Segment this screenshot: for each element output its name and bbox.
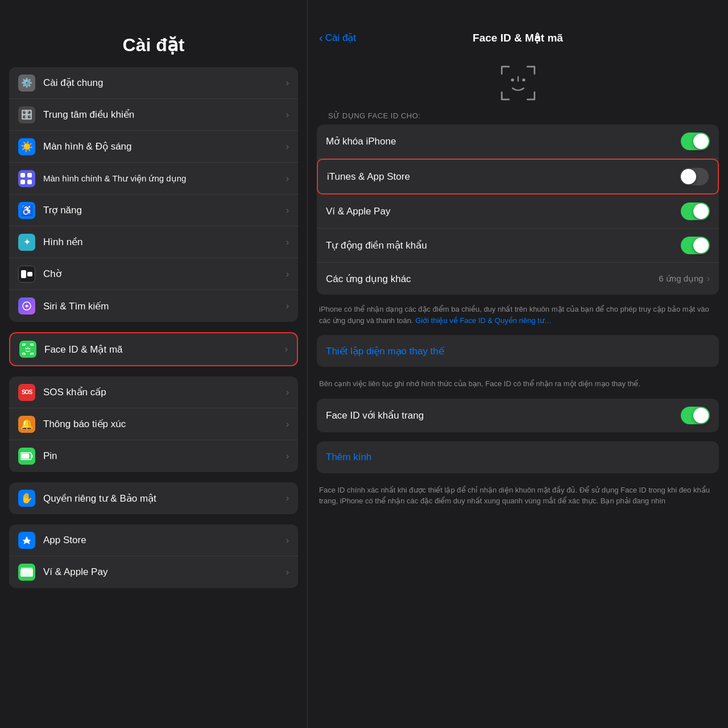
settings-item-battery[interactable]: Pin › [9,440,298,472]
back-chevron-icon: ‹ [319,31,323,44]
right-item-unlock[interactable]: Mở khóa iPhone [317,125,719,159]
settings-item-standby[interactable]: Chờ › [9,258,298,290]
toggle-knob [681,169,696,184]
settings-item-siri[interactable]: Siri & Tìm kiếm › [9,290,298,322]
toggle-knob [693,134,709,149]
accessibility-icon: ♿ [18,202,35,219]
setup-alt-label: Thiết lập diện mạo thay thế [326,345,710,357]
chevron-icon: › [286,567,289,577]
settings-item-appstore[interactable]: App Store › [9,524,298,556]
chevron-icon: › [286,142,289,152]
settings-item-privacy[interactable]: ✋ Quyền riêng tư & Bảo mật › [9,482,298,514]
item-label-faceid: Face ID & Mật mã [44,344,280,355]
item-label-general: Cài đặt chung [43,77,282,89]
settings-item-faceid[interactable]: Face ID & Mật mã › [10,333,297,365]
battery-icon [18,448,35,465]
item-label-privacy: Quyền riêng tư & Bảo mật [43,493,282,504]
item-mask-label: Face ID với khẩu trang [326,410,681,421]
toggle-mask[interactable] [681,407,710,424]
svg-rect-11 [32,454,33,458]
face-id-options-group: Mở khóa iPhone iTunes & App Store Ví & A… [317,125,719,295]
svg-rect-15 [21,568,32,569]
toggle-unlock[interactable] [681,133,710,150]
settings-item-sos[interactable]: SOS SOS khẩn cấp › [9,377,298,408]
svg-point-16 [511,78,514,81]
exposure-icon: 🔔 [18,416,35,433]
back-button[interactable]: ‹ Cài đặt [319,31,356,44]
settings-item-wallpaper[interactable]: ✦ Hình nền › [9,226,298,258]
right-item-itunes[interactable]: iTunes & App Store [317,159,719,195]
toggle-wallet[interactable] [681,202,710,220]
face-id-graphic [317,51,719,111]
chevron-icon: › [286,173,289,184]
right-item-autofill[interactable]: Tự động điền mật khẩu [317,229,719,263]
setup-alt-desc: Bên cạnh việc liên tục ghi nhớ hình thức… [317,376,719,399]
right-item-other-apps[interactable]: Các ứng dụng khác 6 ứng dụng › [317,263,719,295]
add-glasses-button[interactable]: Thêm kính [317,441,719,473]
svg-rect-3 [22,344,25,345]
setup-alt-group: Thiết lập diện mạo thay thế [317,335,719,367]
item-label-wallet: Ví & Apple Pay [43,566,282,578]
settings-group-bottom: App Store › Ví & Apple Pay › [9,524,298,588]
item-itunes-label: iTunes & App Store [327,171,680,183]
settings-item-homescreen[interactable]: Màn hình chính & Thư viện ứng dụng › [9,163,298,195]
item-autofill-label: Tự động điền mật khẩu [326,239,681,251]
right-item-wallet[interactable]: Ví & Apple Pay [317,195,719,229]
svg-rect-5 [22,353,25,355]
control-center-icon: 🎛️ [18,106,35,123]
chevron-icon: › [286,237,289,247]
add-glasses-label: Thêm kính [326,452,710,463]
toggle-knob [693,238,709,253]
svg-rect-12 [22,454,30,459]
bottom-desc: Face ID chính xác nhất khi được thiết lậ… [317,482,719,516]
svg-point-7 [26,348,27,349]
left-title: Cài đặt [11,34,296,56]
chevron-icon: › [707,274,710,284]
item-label-accessibility: Trợ năng [43,204,282,216]
chevron-icon: › [286,535,289,545]
left-panel: Cài đặt ⚙️ Cài đặt chung › 🎛️ Trung tâm … [0,0,307,728]
toggle-autofill[interactable] [681,237,710,254]
settings-item-exposure[interactable]: 🔔 Thông báo tiếp xúc › [9,408,298,440]
settings-group-4: ✋ Quyền riêng tư & Bảo mật › [9,482,298,514]
item-wallet-label: Ví & Apple Pay [326,206,681,217]
add-glasses-group: Thêm kính [317,441,719,473]
appstore-icon [18,532,35,549]
sos-icon: SOS [18,384,35,401]
right-header: ‹ Cài đặt Face ID & Mật mã [308,0,728,51]
settings-item-control-center[interactable]: 🎛️ Trung tâm điều khiển › [9,99,298,131]
chevron-icon: › [286,110,289,120]
homescreen-icon [18,170,35,187]
right-panel: ‹ Cài đặt Face ID & Mật mã SỬ DỤNG FACE … [307,0,728,728]
toggle-itunes[interactable] [680,168,709,185]
item-other-apps-subtext: 6 ứng dụng [659,274,703,284]
info-link[interactable]: Giới thiệu về Face ID & Quyền riêng tư… [415,316,551,325]
item-label-exposure: Thông báo tiếp xúc [43,418,282,430]
chevron-icon: › [286,78,289,88]
svg-rect-4 [31,344,34,345]
settings-item-accessibility[interactable]: ♿ Trợ năng › [9,195,298,226]
svg-rect-1 [27,272,32,276]
section-label: SỬ DỤNG FACE ID CHO: [317,111,719,125]
privacy-icon: ✋ [18,490,35,507]
item-label-appstore: App Store [43,535,282,546]
svg-point-17 [522,78,525,81]
settings-group-1: ⚙️ Cài đặt chung › 🎛️ Trung tâm điều khi… [9,67,298,322]
left-header: Cài đặt [0,0,307,61]
item-label-sos: SOS khẩn cấp [43,386,282,398]
settings-item-wallet[interactable]: Ví & Apple Pay › [9,556,298,588]
display-icon: ☀️ [18,138,35,155]
setup-alt-button[interactable]: Thiết lập diện mạo thay thế [317,335,719,367]
gear-icon: ⚙️ [18,75,35,92]
chevron-icon: › [285,344,288,354]
settings-item-general[interactable]: ⚙️ Cài đặt chung › [9,67,298,99]
settings-item-display[interactable]: ☀️ Màn hình & Độ sáng › [9,131,298,163]
wallpaper-icon: ✦ [18,234,35,251]
toggle-knob [693,204,709,219]
siri-icon [18,297,35,315]
right-item-mask[interactable]: Face ID với khẩu trang [317,399,719,432]
item-label-standby: Chờ [43,268,282,280]
mask-group: Face ID với khẩu trang [317,399,719,432]
chevron-icon: › [286,205,289,216]
svg-rect-6 [31,353,34,355]
